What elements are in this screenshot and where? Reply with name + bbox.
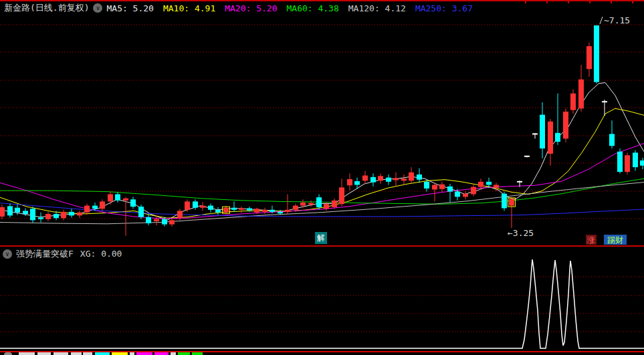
- ma120-label: MA120: 4.12: [348, 3, 406, 13]
- clipped-text-segment: [136, 352, 152, 355]
- ma5-label: MA5: 5.20: [106, 3, 153, 13]
- ma20-label: MA20: 5.20: [225, 3, 277, 13]
- stock-title: 新金路(日线.前复权): [4, 2, 89, 14]
- indicator-value: XG: 0.00: [80, 249, 122, 259]
- collapse-main-button[interactable]: ∨: [93, 3, 102, 13]
- chevron-down-icon: ∨: [96, 5, 100, 11]
- ma-legend: MA5: 5.20 MA10: 4.91 MA20: 5.20 MA60: 4.…: [106, 3, 472, 13]
- ticai-badge[interactable]: 踢财: [604, 235, 627, 245]
- clipped-text-segment: [130, 352, 134, 355]
- ma250-label: MA250: 3.67: [415, 3, 473, 13]
- bottom-clipped-labels: [0, 352, 644, 355]
- clipped-text-segment: [154, 352, 169, 355]
- clipped-text-segment: [95, 352, 110, 355]
- clipped-text-segment: [112, 352, 128, 355]
- high-price-label: ~7.15: [604, 15, 630, 25]
- ma60-label: MA60: 4.38: [287, 3, 339, 13]
- zhang-badge[interactable]: 涨: [586, 235, 597, 245]
- indicator-name: 强势满量突破F: [16, 248, 74, 260]
- clipped-text-segment: [171, 352, 176, 355]
- collapse-sub-button[interactable]: ∨: [3, 249, 12, 259]
- clipped-text-segment: [178, 352, 190, 355]
- clipped-text-segment: [37, 352, 51, 355]
- chevron-down-icon: ∨: [5, 251, 9, 257]
- tdx-chart-window: 新金路(日线.前复权) ∨ MA5: 5.20 MA10: 4.91 MA20:…: [0, 0, 644, 355]
- header-bar: 新金路(日线.前复权) ∨ MA5: 5.20 MA10: 4.91 MA20:…: [0, 1, 644, 15]
- indicator-bar: ∨ 强势满量突破F XG: 0.00: [0, 247, 644, 260]
- clipped-text-segment: [192, 352, 203, 355]
- ma10-label: MA10: 4.91: [163, 3, 215, 13]
- clipped-text-segment: [53, 352, 68, 355]
- panel-divider: [0, 245, 644, 247]
- jie-marker-badge[interactable]: 解: [315, 232, 327, 244]
- clipped-text-segment: [19, 352, 35, 355]
- chart-canvas[interactable]: [0, 0, 644, 355]
- clipped-text-segment: [71, 352, 82, 355]
- low-price-label: ←3.25: [508, 228, 534, 238]
- clipped-text-segment: [83, 352, 92, 355]
